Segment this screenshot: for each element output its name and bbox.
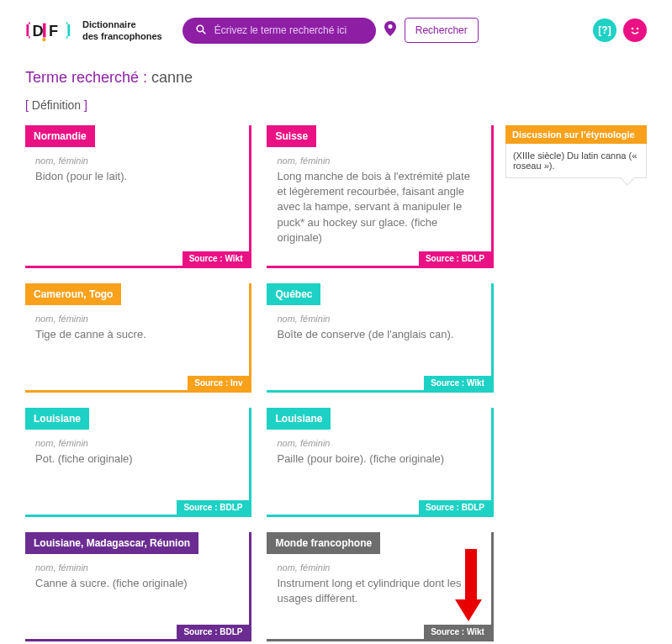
- definition-card[interactable]: Louisiane nom, féminin Paille (pour boir…: [267, 408, 493, 517]
- card-definition: Boîte de conserve (de l'anglais can).: [277, 327, 480, 342]
- card-source: Source : Wikt: [183, 251, 250, 266]
- card-meta: nom, féminin: [35, 314, 239, 324]
- card-definition: Pot. (fiche originale): [35, 451, 239, 467]
- card-meta: nom, féminin: [35, 562, 239, 573]
- definition-card[interactable]: Normandie nom, féminin Bidon (pour le la…: [25, 125, 251, 268]
- card-meta: nom, féminin: [277, 156, 480, 166]
- svg-point-2: [42, 38, 45, 41]
- card-definition: Bidon (pour le lait).: [35, 169, 239, 184]
- card-meta: nom, féminin: [277, 562, 480, 573]
- location-pin-icon[interactable]: [384, 21, 396, 40]
- definition-card[interactable]: Louisiane nom, féminin Pot. (fiche origi…: [25, 408, 251, 517]
- card-meta: nom, féminin: [277, 438, 480, 448]
- card-region: Québec: [267, 283, 320, 305]
- definition-grid: Normandie nom, féminin Bidon (pour le la…: [25, 125, 494, 641]
- svg-text:D: D: [32, 23, 43, 40]
- card-region: Louisiane, Madagascar, Réunion: [25, 532, 198, 554]
- card-meta: nom, féminin: [35, 438, 239, 448]
- site-name: Dictionnaire des francophones: [82, 18, 162, 43]
- card-region: Cameroun, Togo: [25, 283, 121, 305]
- definition-card[interactable]: Cameroun, Togo nom, féminin Tige de cann…: [25, 283, 251, 393]
- speech-tail-icon: [621, 172, 635, 186]
- search-icon: [196, 24, 206, 37]
- card-region: Monde francophone: [267, 532, 380, 554]
- logo-icon: D F: [25, 15, 72, 45]
- smile-icon: [628, 24, 642, 37]
- card-source: Source : Wikt: [424, 376, 491, 390]
- svg-point-7: [637, 28, 639, 30]
- definition-card[interactable]: Québec nom, féminin Boîte de conserve (d…: [267, 283, 493, 393]
- card-region: Louisiane: [267, 408, 331, 430]
- search-group: Rechercher: [183, 18, 479, 44]
- card-definition: Long manche de bois à l'extrémité plate …: [277, 169, 480, 245]
- etymology-title: Discussion sur l'étymologie: [505, 125, 647, 144]
- card-region: Suisse: [267, 125, 316, 147]
- logo-block[interactable]: D F Dictionnaire des francophones: [25, 15, 162, 45]
- search-input[interactable]: [214, 24, 362, 36]
- card-region: Louisiane: [25, 408, 89, 430]
- feedback-button[interactable]: [623, 18, 647, 42]
- term-value: canne: [151, 69, 193, 86]
- svg-point-6: [632, 28, 634, 30]
- card-source: Source : Inv: [188, 376, 249, 390]
- card-meta: nom, féminin: [35, 156, 239, 166]
- help-button[interactable]: [?]: [593, 18, 616, 42]
- card-source: Source : BDLP: [419, 500, 491, 515]
- searched-term: Terme recherché : canne: [25, 69, 647, 87]
- card-definition: Canne à sucre. (fiche originale): [35, 576, 239, 591]
- card-region: Normandie: [25, 125, 95, 147]
- svg-text:F: F: [49, 23, 58, 40]
- card-definition: Instrument long et cylindrique dont les …: [277, 576, 480, 606]
- header-actions: [?]: [593, 18, 647, 42]
- card-definition: Paille (pour boire). (fiche originale): [277, 451, 480, 467]
- card-meta: nom, féminin: [277, 314, 480, 324]
- search-field-wrapper[interactable]: [183, 18, 376, 44]
- card-source: Source : Wikt: [424, 625, 491, 639]
- card-source: Source : BDLP: [177, 500, 249, 515]
- card-definition: Tige de canne à sucre.: [35, 327, 239, 342]
- main: Terme recherché : canne [ Définition ] N…: [0, 69, 672, 644]
- arrow-down-icon: [463, 549, 479, 625]
- svg-rect-1: [43, 24, 46, 38]
- section-heading: [ Définition ]: [25, 98, 647, 112]
- header: D F Dictionnaire des francophones Recher…: [0, 0, 672, 61]
- term-prefix: Terme recherché :: [25, 69, 151, 86]
- etymology-text: (XIIIe siècle) Du latin canna (« roseau …: [505, 144, 647, 178]
- card-source: Source : BDLP: [419, 251, 491, 266]
- definition-card[interactable]: Monde francophone nom, féminin Instrumen…: [267, 532, 493, 641]
- search-button[interactable]: Rechercher: [405, 18, 479, 43]
- etymology-panel: Discussion sur l'étymologie (XIIIe siècl…: [505, 125, 647, 178]
- definition-card[interactable]: Suisse nom, féminin Long manche de bois …: [267, 125, 493, 268]
- svg-line-5: [202, 30, 205, 34]
- definition-card[interactable]: Louisiane, Madagascar, Réunion nom, fémi…: [25, 532, 251, 641]
- card-source: Source : BDLP: [177, 625, 249, 639]
